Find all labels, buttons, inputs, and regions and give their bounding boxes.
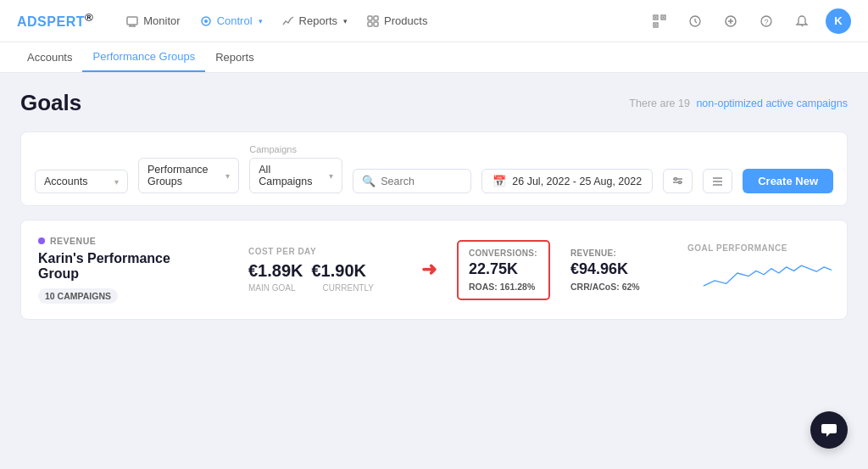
search-box[interactable]: 🔍 (353, 169, 471, 193)
campaign-card: REVENUE Karin's Performance Group 10 CAM… (20, 220, 848, 320)
conversions-label: Conversions: (469, 248, 538, 258)
sparkline-chart (687, 260, 840, 293)
products-icon (366, 14, 380, 28)
purple-dot-icon (38, 237, 45, 244)
crr-row: CRR/ACoS: 62% (570, 282, 647, 292)
nav-monitor-label: Monitor (143, 14, 180, 27)
search-input[interactable] (381, 176, 465, 187)
calendar-icon: 📅 (492, 175, 506, 187)
currently-value: €1.90K (312, 261, 367, 281)
chat-bubble-button[interactable] (810, 411, 848, 449)
nav-products-label: Products (384, 14, 427, 27)
subnav-performance-groups-label: Performance Groups (92, 50, 195, 63)
logo[interactable]: ADSPERT® (17, 11, 93, 30)
svg-point-5 (204, 20, 208, 23)
performance-groups-filter-value: Performance Groups (147, 164, 220, 187)
accounts-chevron-icon: ▾ (114, 177, 119, 187)
crr-label: CRR/ACoS: (570, 282, 620, 292)
roas-row: ROAS: 161.28% (469, 282, 538, 292)
campaigns-filter-label: Campaigns (249, 144, 342, 154)
svg-point-31 (675, 178, 677, 181)
date-range-button[interactable]: 📅 26 Jul, 2022 - 25 Aug, 2022 (481, 169, 653, 193)
svg-rect-7 (374, 16, 378, 20)
accounts-filter-value: Accounts (44, 176, 87, 187)
campaign-name: Karin's Performance Group (38, 251, 208, 282)
nav-links: Monitor Control ▾ Reports ▾ Products (125, 11, 624, 31)
svg-text:?: ? (765, 18, 769, 26)
filter-settings-button[interactable] (663, 169, 693, 193)
topnav-right: ? K (648, 8, 851, 34)
nav-control[interactable]: Control ▾ (199, 11, 263, 31)
question-icon-btn[interactable]: ? (754, 9, 778, 33)
conversions-box: Conversions: 22.75K ROAS: 161.28% (457, 240, 550, 300)
non-optimized-link[interactable]: non-optimized active campaigns (696, 98, 848, 109)
qrcode-icon-btn[interactable] (648, 9, 671, 33)
nav-reports[interactable]: Reports ▾ (281, 11, 348, 31)
svg-rect-13 (655, 17, 656, 18)
campaigns-filter-value: All Campaigns (259, 164, 324, 187)
filter-bar: Accounts ▾ Performance Groups ▾ Campaign… (20, 131, 848, 206)
cost-per-day-section: COST PER DAY €1.89K €1.90K MAIN GOAL CUR… (248, 247, 401, 293)
subnav-reports-label: Reports (215, 51, 254, 64)
search-icon: 🔍 (362, 175, 376, 187)
svg-rect-15 (655, 25, 656, 25)
revenue-label: Revenue: (570, 248, 647, 258)
list-view-button[interactable] (703, 169, 732, 193)
svg-rect-0 (127, 17, 137, 25)
campaigns-count-badge: 10 CAMPAIGNS (38, 288, 118, 304)
avatar-letter: K (834, 14, 842, 27)
revenue-value: €94.96K (570, 260, 647, 278)
crr-value: 62% (622, 282, 640, 292)
cost-per-day-label: COST PER DAY (248, 247, 401, 256)
control-chevron-icon: ▾ (259, 17, 263, 25)
plus-icon-btn[interactable] (719, 9, 743, 33)
nav-products[interactable]: Products (366, 11, 427, 31)
page-title: Goals (20, 90, 81, 116)
nav-monitor[interactable]: Monitor (125, 11, 180, 31)
top-navigation: ADSPERT® Monitor Control ▾ Reports ▾ (0, 0, 868, 42)
reports-chevron-icon: ▾ (343, 17, 348, 25)
create-new-button[interactable]: Create New (743, 169, 833, 193)
roas-label: ROAS: (469, 282, 498, 292)
svg-rect-9 (374, 22, 378, 26)
red-arrow-icon: ➜ (421, 259, 437, 281)
nav-control-label: Control (217, 14, 253, 27)
main-goal-value: €1.89K (248, 261, 303, 281)
control-icon (199, 14, 213, 28)
logo-superscript: ® (85, 11, 93, 24)
campaigns-filter[interactable]: All Campaigns ▾ (249, 158, 342, 193)
revenue-section: Revenue: €94.96K CRR/ACoS: 62% (570, 248, 647, 292)
subnav-accounts[interactable]: Accounts (17, 42, 82, 72)
monitor-icon (125, 14, 139, 28)
goal-performance-label: GOAL PERFORMANCE (687, 243, 857, 253)
svg-rect-8 (368, 22, 372, 26)
user-avatar[interactable]: K (826, 8, 851, 34)
accounts-filter[interactable]: Accounts ▾ (35, 170, 128, 193)
sub-navigation: Accounts Performance Groups Reports (0, 42, 868, 73)
performance-groups-chevron-icon: ▾ (225, 171, 230, 181)
main-goal-sublabel: MAIN GOAL (248, 283, 296, 293)
campaigns-filter-group: Campaigns All Campaigns ▾ (249, 144, 342, 193)
bell-icon-btn[interactable] (790, 9, 814, 33)
card-left: REVENUE Karin's Performance Group 10 CAM… (38, 236, 208, 304)
cost-sub-labels: MAIN GOAL CURRENTLY (248, 283, 401, 293)
subnav-performance-groups[interactable]: Performance Groups (82, 42, 205, 72)
page-header: Goals There are 19 non-optimized active … (20, 90, 848, 116)
reports-icon (281, 14, 295, 28)
logo-text: ADSPERT (17, 15, 85, 30)
subnav-accounts-label: Accounts (27, 51, 72, 64)
roas-value: 161.28% (500, 282, 535, 292)
campaigns-chevron-icon: ▾ (329, 171, 333, 181)
currently-sublabel: CURRENTLY (323, 283, 374, 293)
date-range-value: 26 Jul, 2022 - 25 Aug, 2022 (512, 176, 642, 187)
badge-type-label: REVENUE (50, 236, 96, 246)
subnav-reports[interactable]: Reports (205, 42, 264, 72)
page-header-note: There are 19 non-optimized active campai… (629, 98, 848, 109)
clock-icon-btn[interactable] (683, 9, 707, 33)
svg-rect-6 (368, 16, 372, 20)
performance-groups-filter[interactable]: Performance Groups ▾ (138, 158, 239, 193)
svg-point-32 (679, 181, 682, 184)
goal-performance-section: GOAL PERFORMANCE (687, 243, 857, 296)
conversions-value: 22.75K (469, 260, 538, 278)
main-content: Goals There are 19 non-optimized active … (0, 73, 868, 337)
